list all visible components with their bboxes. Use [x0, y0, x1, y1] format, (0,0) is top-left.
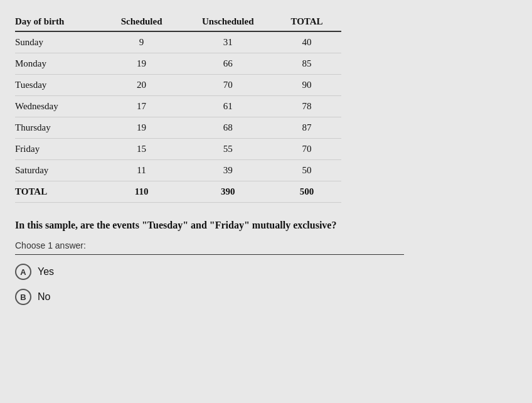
col-header-unscheduled: Unscheduled — [184, 13, 279, 31]
table-header-row: Day of birth Scheduled Unscheduled TOTAL — [15, 13, 341, 31]
cell-unscheduled: 66 — [184, 53, 279, 75]
table-row: Saturday113950 — [15, 160, 341, 181]
cell-scheduled: 9 — [106, 31, 184, 53]
cell-total: 85 — [279, 53, 341, 75]
cell-total: 90 — [279, 75, 341, 96]
cell-scheduled: 19 — [106, 53, 184, 75]
cell-unscheduled: 70 — [184, 75, 279, 96]
choose-label: Choose 1 answer: — [15, 240, 404, 250]
table-row: Monday196685 — [15, 53, 341, 75]
option-text-b: No — [38, 291, 50, 303]
cell-unscheduled: 39 — [184, 160, 279, 181]
cell-day: Monday — [15, 53, 106, 75]
option-circle-a: A — [15, 264, 31, 280]
cell-day: Wednesday — [15, 96, 106, 117]
question-section: In this sample, are the events "Tuesday"… — [15, 218, 404, 305]
col-header-total: TOTAL — [279, 13, 341, 31]
birth-day-table: Day of birth Scheduled Unscheduled TOTAL… — [15, 13, 341, 203]
col-header-day: Day of birth — [15, 13, 106, 31]
cell-total: 40 — [279, 31, 341, 53]
cell-scheduled: 11 — [106, 160, 184, 181]
cell-day: Friday — [15, 139, 106, 160]
cell-total: 87 — [279, 117, 341, 139]
cell-scheduled: 20 — [106, 75, 184, 96]
cell-total: 50 — [279, 160, 341, 181]
col-header-scheduled: Scheduled — [106, 13, 184, 31]
cell-day: Tuesday — [15, 75, 106, 96]
cell-scheduled: 110 — [106, 181, 184, 203]
cell-total: 500 — [279, 181, 341, 203]
table-row: Sunday93140 — [15, 31, 341, 53]
question-text: In this sample, are the events "Tuesday"… — [15, 218, 404, 233]
table-row: TOTAL110390500 — [15, 181, 341, 203]
cell-scheduled: 19 — [106, 117, 184, 139]
option-text-a: Yes — [38, 266, 54, 277]
cell-unscheduled: 68 — [184, 117, 279, 139]
answer-option-b[interactable]: BNo — [15, 289, 404, 305]
table-row: Wednesday176178 — [15, 96, 341, 117]
cell-scheduled: 17 — [106, 96, 184, 117]
cell-day: TOTAL — [15, 181, 106, 203]
cell-unscheduled: 61 — [184, 96, 279, 117]
answer-options: AYesBNo — [15, 264, 404, 305]
table-row: Tuesday207090 — [15, 75, 341, 96]
cell-unscheduled: 55 — [184, 139, 279, 160]
table-row: Thursday196887 — [15, 117, 341, 139]
cell-total: 70 — [279, 139, 341, 160]
cell-unscheduled: 390 — [184, 181, 279, 203]
cell-day: Saturday — [15, 160, 106, 181]
cell-total: 78 — [279, 96, 341, 117]
option-circle-b: B — [15, 289, 31, 305]
cell-scheduled: 15 — [106, 139, 184, 160]
answer-divider — [15, 254, 404, 255]
cell-unscheduled: 31 — [184, 31, 279, 53]
table-row: Friday155570 — [15, 139, 341, 160]
cell-day: Thursday — [15, 117, 106, 139]
answer-option-a[interactable]: AYes — [15, 264, 404, 280]
data-table-container: Day of birth Scheduled Unscheduled TOTAL… — [15, 13, 341, 203]
cell-day: Sunday — [15, 31, 106, 53]
